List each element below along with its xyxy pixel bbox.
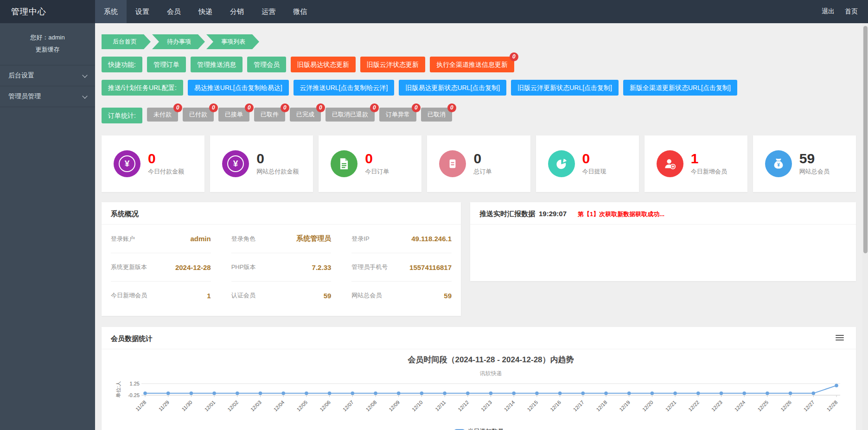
accepted-button[interactable]: 已接单 — [218, 108, 249, 122]
x-tick-label: 12/08 — [364, 399, 377, 412]
x-tick-label: 12/09 — [388, 399, 401, 412]
trend-point[interactable] — [766, 391, 769, 395]
new-all-channel-status-url-button[interactable]: 新版全渠道更新状态URL[点击复制] — [623, 80, 737, 96]
x-tick-label: 12/26 — [779, 399, 792, 412]
manage-push-messages-button[interactable]: 管理推送消息 — [191, 57, 243, 72]
x-tick-label: 12/15 — [526, 399, 539, 412]
old-yunyang-status-url-button[interactable]: 旧版云洋更新状态URL[点击复制] — [511, 80, 619, 96]
manage-orders-button[interactable]: 管理订单 — [147, 57, 186, 72]
field-value: 2024-12-28 — [175, 263, 211, 271]
trend-point[interactable] — [328, 391, 332, 395]
field-label: 登录账户 — [111, 235, 135, 243]
sidebar-menu: 后台设置 管理员管理 — [0, 65, 95, 107]
trend-point[interactable] — [397, 391, 401, 395]
x-tick-label: 12/07 — [342, 399, 355, 412]
sidebar-item-backend-settings[interactable]: 后台设置 — [0, 65, 95, 86]
nav-item-distribution[interactable]: 分销 — [221, 0, 253, 23]
trend-point[interactable] — [673, 391, 677, 395]
user-add-icon — [657, 150, 683, 177]
trend-point[interactable] — [236, 391, 239, 395]
vertical-scrollbar[interactable] — [862, 23, 868, 430]
url-config-row: 推送/计划任务URL配置: 易达推送URL[点击复制给易达] 云洋推送URL[点… — [102, 80, 856, 96]
member-stats-title: 会员数据统计 — [102, 327, 856, 349]
x-tick-label: 12/13 — [480, 399, 493, 412]
trend-point[interactable] — [581, 391, 585, 395]
chart-legend[interactable]: 当日添加数量 — [106, 427, 851, 430]
x-tick-label: 11/30 — [180, 399, 193, 412]
push-report-message: 第【1】次获取新数据获取成功... — [578, 210, 664, 218]
trend-point[interactable] — [466, 391, 470, 395]
x-tick-label: 12/01 — [204, 399, 217, 412]
trend-point[interactable] — [720, 391, 723, 395]
main-content: 后台首页 待办事项 事项列表 快捷功能: 管理订单 管理推送消息 管理会员 旧版… — [95, 23, 862, 430]
cancelled-button[interactable]: 已取消 — [421, 108, 452, 122]
completed-button[interactable]: 已完成 — [290, 108, 321, 122]
receipt-icon — [439, 150, 466, 177]
trend-point[interactable] — [281, 391, 285, 395]
trend-point[interactable] — [742, 391, 746, 395]
trend-point[interactable] — [143, 391, 147, 395]
trend-point[interactable] — [190, 391, 193, 395]
trend-point[interactable] — [443, 391, 447, 395]
old-yunyang-status-update-button[interactable]: 旧版云洋状态更新 — [360, 57, 425, 72]
trend-point[interactable] — [374, 391, 377, 395]
trend-point[interactable] — [420, 391, 424, 395]
nav-item-members[interactable]: 会员 — [158, 0, 190, 23]
trend-point[interactable] — [212, 391, 216, 395]
trend-point[interactable] — [812, 391, 816, 395]
logout-link[interactable]: 退出 — [822, 7, 835, 16]
trend-point[interactable] — [789, 391, 792, 395]
all-channel-push-update-button[interactable]: 执行全渠道推送信息更新 — [430, 57, 514, 72]
trend-point[interactable] — [166, 391, 170, 395]
trend-point[interactable] — [558, 391, 562, 395]
order-abnormal-button[interactable]: 订单异常 — [379, 108, 416, 122]
scrollbar-thumb[interactable] — [863, 26, 868, 253]
picked-up-button[interactable]: 已取件 — [254, 108, 285, 122]
x-tick-label: 12/28 — [825, 399, 838, 412]
trend-point[interactable] — [535, 391, 539, 395]
update-cache-link[interactable]: 更新缓存 — [0, 45, 95, 54]
count-badge: 0 — [510, 52, 518, 61]
sidebar-item-admin-management[interactable]: 管理员管理 — [0, 86, 95, 107]
nav-item-operations[interactable]: 运营 — [253, 0, 284, 23]
field-label: 网站总会员 — [351, 291, 382, 300]
old-yida-status-update-button[interactable]: 旧版易达状态更新 — [291, 57, 356, 72]
nav-item-express[interactable]: 快递 — [190, 0, 221, 23]
old-yida-status-url-button[interactable]: 旧版易达更新状态URL[点击复制] — [399, 80, 506, 96]
count-badge: 0 — [245, 103, 254, 112]
nav-item-wechat[interactable]: 微信 — [284, 0, 316, 23]
system-overview-panel: 系统概况 登录账户admin 登录角色系统管理员 登录IP49.118.246.… — [102, 202, 461, 316]
stat-card-today-withdrawal: 0 今日提现 — [536, 135, 639, 192]
x-tick-label: 11/29 — [158, 399, 170, 412]
breadcrumb-list[interactable]: 事项列表 — [206, 34, 259, 49]
field-label: 认证会员 — [231, 291, 255, 300]
stat-card-label: 网站总会员 — [799, 167, 830, 176]
paid-button[interactable]: 已付款 — [183, 108, 214, 122]
trend-point[interactable] — [259, 391, 262, 395]
count-badge: 0 — [209, 103, 218, 112]
manage-members-button[interactable]: 管理会员 — [247, 57, 286, 72]
trend-point[interactable] — [305, 391, 308, 395]
push-report-panel: 推送实时汇报数据 19:29:07 第【1】次获取新数据获取成功... — [470, 202, 856, 281]
unpaid-button[interactable]: 未付款 — [147, 108, 178, 122]
home-link[interactable]: 首页 — [845, 7, 858, 16]
trend-point[interactable] — [651, 391, 654, 395]
trend-point[interactable] — [835, 384, 838, 387]
trend-point[interactable] — [512, 391, 516, 395]
trend-point[interactable] — [604, 391, 608, 395]
nav-item-system[interactable]: 系统 — [95, 0, 127, 23]
trend-point[interactable] — [627, 391, 631, 395]
trend-point[interactable] — [351, 391, 355, 395]
sidebar-item-label: 后台设置 — [8, 71, 34, 79]
yunyang-push-url-button[interactable]: 云洋推送URL[点击复制给云洋] — [294, 80, 395, 96]
trend-point[interactable] — [696, 391, 700, 395]
breadcrumb-home[interactable]: 后台首页 — [102, 34, 151, 49]
x-tick-label: 11/28 — [134, 399, 147, 412]
breadcrumb-todo[interactable]: 待办事项 — [152, 34, 205, 49]
stat-card-label: 今日新增会员 — [691, 167, 727, 176]
nav-item-settings[interactable]: 设置 — [127, 0, 158, 23]
chart-menu-icon[interactable] — [836, 334, 844, 342]
yida-push-url-button[interactable]: 易达推送URL[点击复制给易达] — [188, 80, 289, 96]
cancelled-refunded-button[interactable]: 已取消已退款 — [326, 108, 375, 122]
trend-point[interactable] — [489, 391, 493, 395]
